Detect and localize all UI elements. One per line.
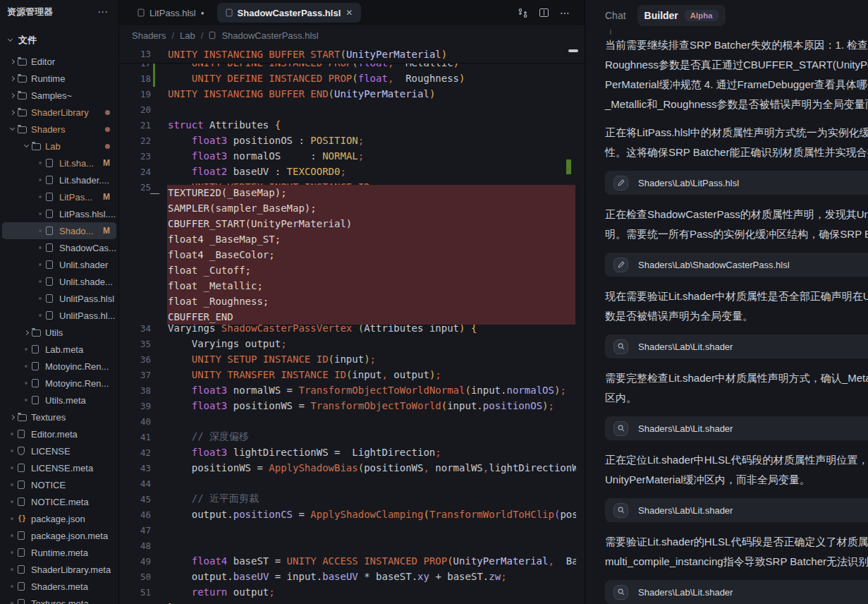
editor: LitPass.hlsl●ShadowCasterPass.hlsl✕ ⋯ Sh… — [119, 0, 585, 604]
tree-item-label: package.json.meta — [31, 531, 116, 541]
files-section-header[interactable]: 文件 — [0, 31, 118, 49]
tree-item-label: Unlit.shader — [59, 260, 116, 270]
code-line: 23 float3 normalOS : NORMAL; — [119, 148, 576, 164]
file-chip[interactable]: Shaders\Lab\Lit.shader — [605, 416, 868, 440]
bullet-dot — [6, 551, 18, 554]
more-actions-icon[interactable]: ⋯ — [97, 6, 109, 18]
git-compare-icon[interactable] — [518, 8, 528, 18]
tab-chat[interactable]: Chat — [605, 10, 626, 21]
line-number: 25 — [119, 182, 151, 193]
folder-icon — [18, 76, 27, 83]
breadcrumb-item-shaders[interactable]: Shaders — [132, 30, 166, 41]
tree-item-license[interactable]: LICENSE — [2, 442, 116, 459]
sidebar-header: 资源管理器 ⋯ — [0, 0, 118, 24]
tree-item-motoyinc.ren...[interactable]: Motoyinc.Ren... — [2, 358, 116, 375]
editor-tab-shadowcasterpass.hlsl[interactable]: ShadowCasterPass.hlsl✕ — [217, 3, 362, 23]
tree-item-label: Textures — [31, 412, 116, 423]
editor-scrollbar-thumb[interactable] — [568, 49, 578, 52]
code-line: 39 float3 positionWS = TransformObjectTo… — [119, 398, 576, 413]
breadcrumb-item-lab[interactable]: Lab — [180, 30, 195, 41]
file-icon — [18, 497, 25, 506]
tree-item-lit.shader....[interactable]: Lit.shader.... — [2, 171, 116, 188]
tree-item-unlit.shade...[interactable]: Unlit.shade... — [2, 273, 116, 290]
file-chip[interactable]: Shaders\Lab\Lit.shader — [605, 334, 868, 358]
tree-item-editor.meta[interactable]: Editor.meta — [2, 425, 116, 442]
tree-item-runtime[interactable]: Runtime — [2, 70, 116, 87]
tree-item-notice.meta[interactable]: NOTICE.meta — [2, 493, 116, 510]
tree-item-editor[interactable]: Editor — [2, 53, 116, 70]
tree-item-shaders[interactable]: Shaders — [2, 121, 116, 138]
tree-item-label: ShadowCas... — [59, 243, 116, 253]
tree-item-samples~[interactable]: Samples~ — [2, 87, 116, 104]
tree-item-utils[interactable]: Utils — [2, 324, 116, 341]
tree-item-runtime.meta[interactable]: Runtime.meta — [2, 544, 116, 561]
code-line: 52} — [119, 600, 576, 604]
chevron-right-icon — [6, 60, 18, 64]
tree-item-label: Lab.meta — [45, 344, 116, 355]
tree-item-lab.meta[interactable]: Lab.meta — [2, 341, 116, 358]
breadcrumb: Shaders/Lab/ShadowCasterPass.hlsl — [119, 25, 585, 45]
editor-more-icon[interactable]: ⋯ — [560, 7, 570, 18]
tree-item-label: Unlit.shade... — [59, 277, 116, 287]
code-area[interactable]: 17 UNITY_DEFINE_INSTANCED_PROP(float, _M… — [119, 45, 585, 604]
file-chip[interactable]: Shaders\Lab\LitPass.hlsl — [605, 171, 868, 195]
line-number: 36 — [119, 354, 151, 365]
tree-item-label: Shaders — [31, 124, 105, 135]
chevron-right-icon — [20, 331, 32, 334]
breadcrumb-file[interactable]: ShadowCasterPass.hlsl — [221, 30, 318, 41]
file-chip[interactable]: Shaders\Lab\Lit.shader — [605, 580, 868, 604]
tree-item-utils.meta[interactable]: Utils.meta — [2, 392, 116, 409]
tree-item-label: Shaders.meta — [31, 581, 116, 592]
tab-builder[interactable]: Builder Alpha — [637, 5, 726, 26]
close-icon[interactable]: ✕ — [346, 8, 353, 18]
line-number: 37 — [119, 370, 151, 380]
line-number: 49 — [119, 556, 151, 567]
file-icon — [46, 176, 53, 184]
code-line: 22 float3 positionOS : POSITION; — [119, 133, 576, 148]
code-line: 35 Varyings output; — [119, 336, 576, 351]
line-number: 38 — [119, 385, 151, 396]
bullet-dot — [35, 263, 46, 266]
tree-item-litpass.hlsl....[interactable]: LitPass.hlsl.... — [2, 205, 116, 222]
split-editor-icon[interactable] — [539, 8, 549, 17]
tree-item-package.json.meta[interactable]: package.json.meta — [2, 527, 116, 544]
git-modified-badge: M — [103, 158, 110, 168]
file-chip[interactable]: Shaders\Lab\ShadowCasterPass.hlsl — [605, 253, 868, 277]
tree-item-unlitpass.hl...[interactable]: UnlitPass.hl... — [2, 307, 116, 324]
file-icon — [226, 9, 232, 17]
code-line: 40 — [119, 413, 576, 429]
tree-item-label: Utils — [45, 327, 116, 338]
tree-item-lab[interactable]: Lab — [2, 138, 116, 155]
tree-item-shadowcas...[interactable]: ShadowCas... — [2, 239, 116, 256]
file-chip[interactable]: Shaders\Lab\Lit.shader — [605, 498, 868, 522]
tree-item-unlit.shader[interactable]: Unlit.shader — [2, 256, 116, 273]
tree-item-shaderlibrary[interactable]: ShaderLibrary — [2, 104, 116, 121]
line-number: 22 — [119, 135, 151, 146]
line-number: 20 — [119, 104, 151, 115]
tree-item-shado...[interactable]: Shado...M — [2, 222, 116, 239]
sticky-scroll-line[interactable]: 13UNITY_INSTANCING_BUFFER_START(UnityPer… — [119, 45, 585, 64]
tree-item-motoyinc.ren...[interactable]: Motoyinc.Ren... — [2, 375, 116, 392]
tree-item-litpas...[interactable]: LitPas...M — [2, 188, 116, 205]
tree-item-textures[interactable]: Textures — [2, 409, 116, 425]
code-line: 37 UNITY_TRANSFER_INSTANCE_ID(input, out… — [119, 367, 576, 382]
tree-item-package.json[interactable]: {}package.json — [2, 510, 116, 527]
line-number: 41 — [119, 432, 151, 442]
search-file-icon — [613, 503, 628, 518]
bullet-dot — [35, 179, 46, 181]
tabs: LitPass.hlsl●ShadowCasterPass.hlsl✕ — [129, 3, 361, 23]
tree-item-notice[interactable]: NOTICE — [2, 476, 116, 493]
editor-tab-litpass.hlsl[interactable]: LitPass.hlsl● — [129, 3, 213, 23]
file-icon — [32, 379, 39, 387]
line-number: 46 — [119, 509, 151, 520]
tree-item-shaderlibrary.meta[interactable]: ShaderLibrary.meta — [2, 561, 116, 578]
tree-item-textures.meta[interactable]: Textures.meta — [2, 595, 116, 604]
chat-header: Chat Builder Alpha — [585, 0, 868, 31]
tree-item-lit.sha...[interactable]: Lit.sha...M — [2, 155, 116, 171]
tree-item-shaders.meta[interactable]: Shaders.meta — [2, 578, 116, 595]
tree-item-unlitpass.hlsl[interactable]: UnlitPass.hlsl — [2, 290, 116, 307]
file-icon — [46, 294, 53, 303]
tree-item-license.meta[interactable]: LICENSE.meta — [2, 459, 116, 476]
line-number: 50 — [119, 572, 151, 582]
chat-message-text: 当前需要继续排查SRP Batcher失效的根本原因：1. 检查材质实例 Rou… — [605, 35, 868, 114]
